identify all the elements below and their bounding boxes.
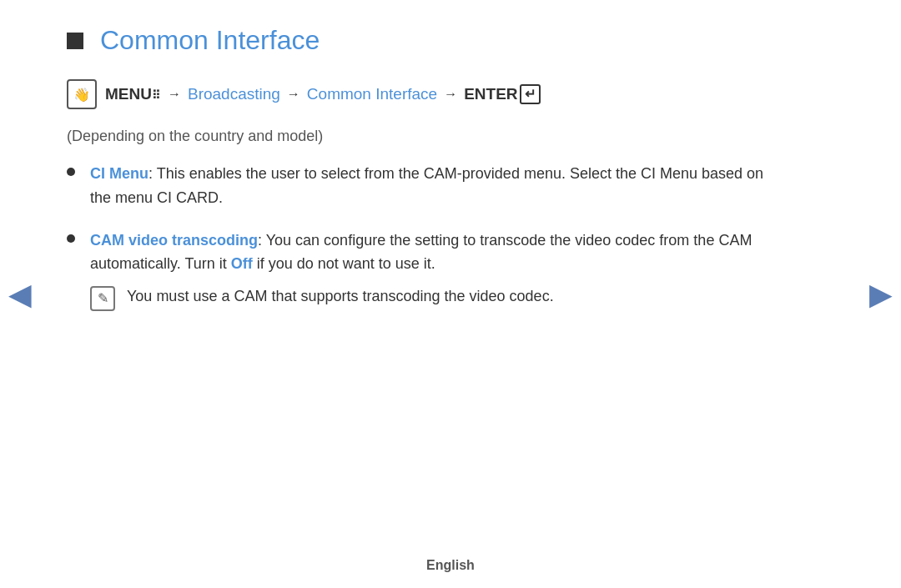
ci-menu-term: CI Menu: [90, 165, 148, 182]
nav-broadcasting: Broadcasting: [188, 85, 280, 103]
bullet-text-2: CAM video transcoding: You can configure…: [90, 229, 768, 312]
note-text: You must use a CAM that supports transco…: [127, 284, 554, 309]
nav-arrow-1: →: [168, 87, 181, 102]
page-title: Common Interface: [100, 25, 320, 56]
bullet-text-1: CI Menu: This enables the user to select…: [90, 162, 768, 210]
enter-key: ENTER↵: [464, 84, 540, 105]
bullet-list: CI Menu: This enables the user to select…: [67, 162, 768, 311]
nav-right-arrow[interactable]: ▶: [869, 277, 893, 312]
menu-icon: 👋: [67, 79, 97, 109]
menu-label: MENU⠿: [105, 85, 161, 103]
bullet-dot: [67, 168, 75, 176]
title-square-icon: [67, 33, 83, 49]
nav-left-arrow[interactable]: ◀: [8, 277, 32, 312]
main-content: Common Interface 👋 MENU⠿ → Broadcasting …: [0, 0, 834, 354]
title-row: Common Interface: [67, 25, 768, 56]
note-icon: ✎: [90, 286, 115, 311]
subtitle: (Depending on the country and model): [67, 128, 768, 145]
bullet-body-1: This enables the user to select from the…: [90, 165, 763, 206]
footer-language: English: [426, 558, 475, 573]
bullet-body-2b: if you do not want to use it.: [253, 255, 435, 272]
nav-arrow-3: →: [444, 87, 457, 102]
off-label: Off: [231, 255, 253, 272]
enter-box: ↵: [520, 84, 541, 105]
note-row: ✎ You must use a CAM that supports trans…: [90, 284, 768, 311]
bullet-dot: [67, 234, 75, 243]
cam-video-term: CAM video transcoding: [90, 232, 258, 249]
nav-arrow-2: →: [287, 87, 300, 102]
nav-common-interface: Common Interface: [307, 85, 437, 103]
list-item: CAM video transcoding: You can configure…: [67, 229, 768, 312]
list-item: CI Menu: This enables the user to select…: [67, 162, 768, 210]
nav-path: 👋 MENU⠿ → Broadcasting → Common Interfac…: [67, 79, 768, 109]
